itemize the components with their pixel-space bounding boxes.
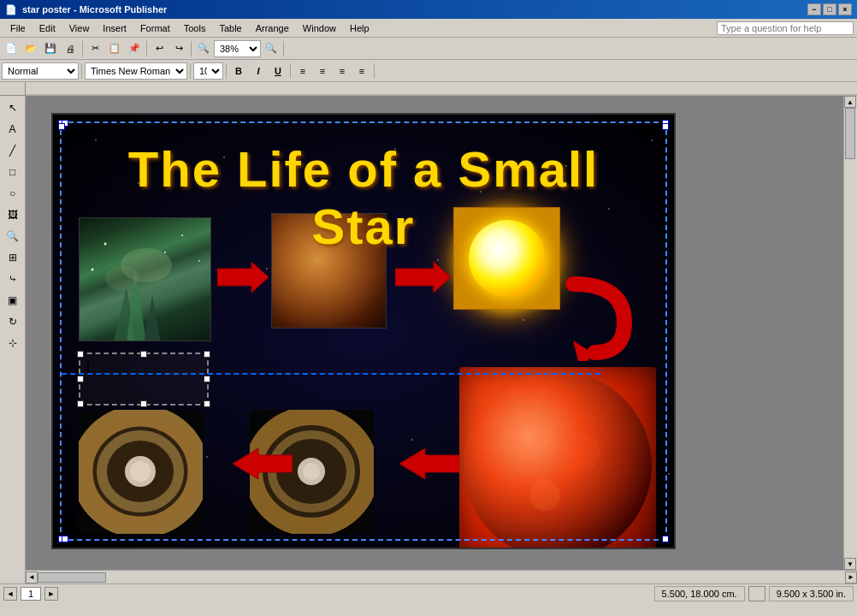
menu-format[interactable]: Format [133,21,177,35]
align-left-button[interactable]: ≡ [293,62,312,80]
style-combo[interactable]: Normal [2,62,79,80]
zoom-out-button[interactable]: 🔍 [194,39,213,58]
arrow-brown-to-main [395,262,451,294]
label-handle-tr[interactable] [204,351,210,358]
label-handle-br[interactable] [204,400,210,407]
poster-title: The Life of a Small Star [87,140,640,255]
menu-help[interactable]: Help [343,21,376,35]
label-text-box[interactable] [79,352,209,406]
svg-marker-12 [217,262,269,293]
font-combo[interactable]: Times New Roman Arial [85,62,187,80]
vscroll-down[interactable]: ▼ [844,558,856,570]
label-handle-bl[interactable] [77,400,84,407]
label-handle-mr[interactable] [204,376,210,382]
red-giant-image[interactable] [459,367,656,549]
redo-button[interactable]: ↪ [169,39,188,58]
menu-window[interactable]: Window [296,21,343,35]
menu-edit[interactable]: Edit [33,21,62,35]
sep-fmt1 [81,63,82,79]
ruler-row: // Ruler ticks will be drawn via JS belo… [0,82,857,96]
fill-tool[interactable]: ▣ [3,290,23,311]
hscroll-thumb[interactable] [38,572,106,583]
menu-bar: File Edit View Insert Format Tools Table… [0,19,857,38]
publisher-canvas[interactable]: The Life of a Small Star [51,113,676,549]
arrow-red-giant-to-nebula [399,448,459,481]
title-bar-left: 📄 star poster - Microsoft Publisher [5,4,167,15]
svg-point-25 [82,416,198,527]
canvas-area[interactable]: The Life of a Small Star [26,96,843,570]
hscroll-track [38,572,845,583]
pn-left-svg [79,410,203,534]
undo-button[interactable]: ↩ [150,39,168,58]
hscroll-right[interactable]: ► [845,572,857,583]
underline-button[interactable]: U [269,62,287,80]
sep2 [146,41,147,56]
cut-button[interactable]: ✂ [86,39,104,58]
minimize-button[interactable]: − [807,3,821,15]
canvas-and-vscroll: The Life of a Small Star [26,96,857,570]
align-justify-button[interactable]: ≡ [352,62,371,80]
align-center-button[interactable]: ≡ [313,62,332,80]
h-scrollbar[interactable]: ◄ ► [26,570,857,583]
label-handle-tl[interactable] [77,351,84,358]
sep-fmt2 [190,63,191,79]
label-handle-tm[interactable] [140,351,147,358]
canvas-with-hscroll: The Life of a Small Star [26,96,857,583]
table-tool[interactable]: ⊞ [3,247,23,268]
print-button[interactable]: 🖨 [61,39,80,58]
menu-insert[interactable]: Insert [96,21,133,35]
zoom-tool[interactable]: 🔍 [3,226,23,246]
vscroll-thumb[interactable] [845,108,855,159]
label-handle-bm[interactable] [140,400,147,407]
pn-left-bg [79,410,203,534]
bold-button[interactable]: B [229,62,248,80]
menu-arrange[interactable]: Arrange [249,21,296,35]
arrow3-svg [399,448,459,479]
align-right-button[interactable]: ≡ [333,62,352,80]
sep-fmt4 [290,63,291,79]
italic-button[interactable]: I [249,62,268,80]
ruler-svg: // Ruler ticks will be drawn via JS belo… [26,82,857,96]
menu-view[interactable]: View [62,21,97,35]
sep-fmt3 [226,63,227,79]
help-search[interactable] [717,21,854,35]
connect-tool[interactable]: ⤷ [3,269,23,289]
picture-tool[interactable]: 🖼 [3,204,23,225]
line-tool[interactable]: ╱ [3,140,23,161]
page-nav-next[interactable]: ► [44,587,58,601]
page-nav-prev[interactable]: ◄ [3,587,17,601]
status-bar: ◄ 1 ► 5.500, 18.000 cm. 9.500 x 3.500 in… [0,583,857,602]
title-bar: 📄 star poster - Microsoft Publisher − □ … [0,0,857,19]
arrow2-svg [395,262,451,293]
curved-arrow [564,275,633,363]
text-tool[interactable]: A [3,119,23,139]
maximize-button[interactable]: □ [823,3,836,15]
size-text: 9.500 x 3.500 in. [777,589,846,599]
planetary-nebula-left[interactable] [79,410,203,534]
zoom-in-button[interactable]: 🔍 [262,39,281,58]
pointer-tool[interactable]: ↖ [3,98,23,118]
rotate-tool[interactable]: ↻ [3,311,23,332]
vscroll-up[interactable]: ▲ [844,96,856,108]
sep4 [283,41,284,56]
menu-table[interactable]: Table [212,21,248,35]
size-combo[interactable]: 10 12 14 [193,62,223,80]
hscroll-left[interactable]: ◄ [26,572,38,583]
menu-file[interactable]: File [3,21,33,35]
menu-tools[interactable]: Tools [177,21,213,35]
label-handle-ml[interactable] [77,376,84,382]
v-scrollbar[interactable]: ▲ ▼ [843,96,857,570]
new-button[interactable]: 📄 [2,39,21,58]
copy-button[interactable]: 📋 [105,39,124,58]
red-giant-bg [459,367,656,549]
vscroll-track [844,108,857,558]
paste-button[interactable]: 📌 [125,39,144,58]
toolbar1: 📄 📂 💾 🖨 ✂ 📋 📌 ↩ ↪ 🔍 38% 50% 75% 100% 🔍 [0,38,857,60]
close-button[interactable]: × [838,3,852,15]
crop-tool[interactable]: ⊹ [3,333,23,353]
ellipse-tool[interactable]: ○ [3,183,23,204]
zoom-combo[interactable]: 38% 50% 75% 100% [214,40,261,57]
save-button[interactable]: 💾 [41,39,60,58]
open-button[interactable]: 📂 [21,39,40,58]
box-tool[interactable]: □ [3,162,23,182]
